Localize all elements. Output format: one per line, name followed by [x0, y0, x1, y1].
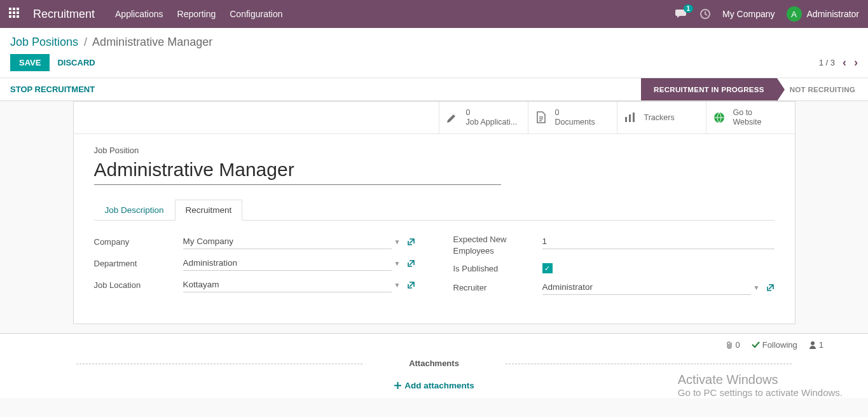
caret-down-icon[interactable]: ▼: [754, 284, 760, 291]
status-bar: STOP RECRUITMENT RECRUITMENT IN PROGRESS…: [0, 78, 868, 101]
input-recruiter[interactable]: [542, 280, 751, 295]
following-button[interactable]: Following: [752, 340, 797, 350]
svg-rect-3: [633, 113, 635, 122]
stat-documents-count: 0: [555, 108, 595, 118]
activity-icon[interactable]: [699, 8, 711, 20]
input-job-location[interactable]: [183, 277, 392, 292]
user-menu[interactable]: A Administrator: [787, 6, 859, 22]
external-link-icon[interactable]: [766, 284, 775, 292]
menu-reporting[interactable]: Reporting: [177, 9, 216, 19]
app-brand[interactable]: Recruitment: [33, 8, 95, 21]
followers-count[interactable]: 1: [809, 340, 823, 350]
bar-chart-icon: [623, 110, 638, 125]
label-is-published: Is Published: [453, 264, 542, 273]
control-panel: Job Positions / Administrative Manager S…: [0, 28, 868, 78]
label-job-location: Job Location: [94, 280, 183, 290]
label-recruiter: Recruiter: [453, 283, 542, 292]
discard-button[interactable]: DISCARD: [57, 58, 95, 67]
breadcrumb-current: Administrative Manager: [92, 36, 212, 48]
status-recruitment-in-progress[interactable]: RECRUITMENT IN PROGRESS: [641, 78, 777, 100]
input-department[interactable]: [183, 256, 392, 271]
caret-down-icon[interactable]: ▼: [394, 282, 401, 289]
stop-recruitment-button[interactable]: STOP RECRUITMENT: [10, 85, 95, 94]
form-tabs: Job Description Recruitment: [94, 199, 775, 221]
breadcrumb: Job Positions / Administrative Manager: [10, 36, 212, 49]
job-position-input[interactable]: [94, 158, 501, 185]
stat-go-to-website[interactable]: Go toWebsite: [706, 102, 795, 133]
stat-website-line1: Go to: [733, 108, 762, 118]
menu-configuration[interactable]: Configuration: [230, 9, 282, 19]
stat-trackers[interactable]: Trackers: [617, 102, 706, 133]
external-link-icon[interactable]: [407, 238, 415, 246]
status-not-recruiting[interactable]: NOT RECRUITING: [777, 78, 868, 100]
pager: 1 / 3 ‹ ›: [819, 56, 858, 69]
svg-point-5: [811, 341, 815, 345]
top-navbar: Recruitment Applications Reporting Confi…: [0, 0, 868, 28]
stat-website-line2: Website: [733, 118, 762, 127]
chatter: 0 Following 1 Attachments Add attachment…: [0, 333, 868, 398]
stat-trackers-label: Trackers: [644, 113, 675, 123]
user-avatar: A: [787, 6, 802, 22]
external-link-icon[interactable]: [407, 259, 415, 268]
document-icon: [534, 110, 549, 125]
check-icon: [752, 341, 760, 348]
user-name: Administrator: [807, 9, 859, 19]
pager-text: 1 / 3: [819, 58, 835, 67]
caret-down-icon[interactable]: ▼: [394, 260, 401, 267]
globe-icon: [712, 110, 727, 125]
input-company[interactable]: [183, 234, 392, 249]
checkbox-is-published[interactable]: ✓: [542, 263, 553, 273]
tab-recruitment[interactable]: Recruitment: [175, 200, 243, 221]
messages-icon[interactable]: 1: [675, 8, 688, 20]
tab-job-description[interactable]: Job Description: [94, 200, 175, 221]
caret-down-icon[interactable]: ▼: [394, 238, 401, 245]
apps-icon[interactable]: [9, 8, 22, 20]
plus-icon: [394, 381, 402, 390]
messages-count: 1: [684, 4, 694, 13]
label-company: Company: [94, 237, 183, 247]
attachments-header: Attachments: [401, 359, 467, 368]
stat-applications-label: Job Applicati...: [466, 118, 518, 127]
label-expected-new-employees: Expected New Employees: [453, 234, 542, 257]
menu-applications[interactable]: Applications: [115, 9, 163, 19]
form-sheet: 0Job Applicati... 0Documents Trackers Go…: [73, 101, 796, 324]
pencil-icon: [444, 110, 460, 125]
chatter-attachments-count[interactable]: 0: [726, 340, 740, 350]
svg-rect-2: [629, 114, 631, 122]
pager-next[interactable]: ›: [854, 56, 858, 69]
job-position-label: Job Position: [94, 146, 775, 155]
svg-rect-7: [394, 385, 401, 386]
company-selector[interactable]: My Company: [722, 9, 775, 19]
svg-rect-1: [625, 117, 627, 122]
label-department: Department: [94, 259, 183, 268]
breadcrumb-root[interactable]: Job Positions: [10, 36, 78, 48]
stat-documents[interactable]: 0Documents: [528, 102, 617, 133]
save-button[interactable]: SAVE: [10, 54, 50, 71]
person-icon: [809, 341, 816, 349]
add-attachments-button[interactable]: Add attachments: [394, 381, 474, 390]
stat-applications-count: 0: [466, 108, 518, 118]
external-link-icon[interactable]: [407, 281, 415, 289]
paperclip-icon: [726, 341, 733, 350]
input-expected-new-employees[interactable]: [542, 234, 775, 249]
pager-prev[interactable]: ‹: [843, 56, 846, 69]
stat-job-applications[interactable]: 0Job Applicati...: [439, 102, 528, 133]
stat-documents-label: Documents: [555, 118, 595, 127]
